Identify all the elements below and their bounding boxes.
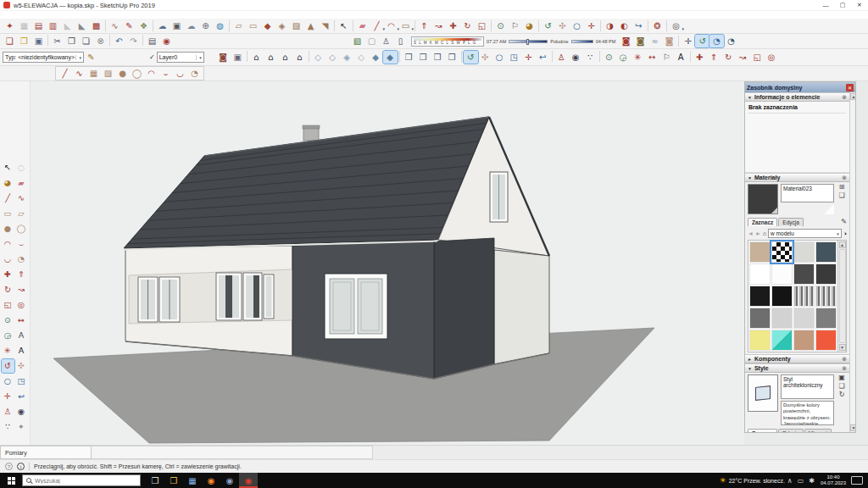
scroll-thumb[interactable] xyxy=(839,249,846,343)
swatch-black2[interactable] xyxy=(771,286,793,307)
eraser-tool-icon[interactable]: ▰ xyxy=(355,19,370,32)
draw-line-icon[interactable]: ╱ xyxy=(58,67,72,80)
sandbox-contours-icon[interactable]: ▱ xyxy=(231,19,246,32)
idea-icon[interactable]: ☁ xyxy=(155,19,170,32)
account-icon[interactable]: ◎ xyxy=(669,19,683,32)
fog-icon[interactable]: ≈ xyxy=(648,35,662,47)
shadow-time-slider2[interactable] xyxy=(571,40,593,43)
material-box-icon[interactable]: ▩ xyxy=(89,19,103,32)
orbit2-icon[interactable]: ↺ xyxy=(464,51,478,64)
draw-rotated-rectangle-icon[interactable]: ▨ xyxy=(101,67,115,80)
swatch-gray4[interactable] xyxy=(815,308,837,329)
cone-select-icon[interactable]: ◣ xyxy=(75,19,89,32)
tab-zaznacz[interactable]: Zaznacz xyxy=(748,429,777,432)
palette-look-around-icon[interactable]: ◉ xyxy=(15,405,28,419)
draw-circle-icon[interactable]: ● xyxy=(115,67,130,80)
sandbox-smoove-icon[interactable]: ◆ xyxy=(260,19,275,32)
swatch-bluegray[interactable] xyxy=(815,241,837,263)
section-close-icon[interactable]: ⊗ xyxy=(842,175,847,181)
text3d-icon[interactable]: A xyxy=(674,51,688,64)
protractor-icon[interactable]: ◶ xyxy=(616,51,631,64)
arc-tool-icon[interactable]: ◠ xyxy=(384,19,398,32)
palette-rotate-icon[interactable]: ↻ xyxy=(2,283,14,297)
style-lock-icon[interactable]: ▣ xyxy=(838,374,845,381)
zoom2-icon[interactable]: ○ xyxy=(492,51,507,64)
comp-pair1-icon[interactable]: ❒ xyxy=(402,51,416,64)
swatch-scrollbar[interactable]: ▲ ▼ xyxy=(838,240,847,352)
type-dropdown[interactable]: Typ: <niezidentyfikowany> ▾ xyxy=(3,52,84,63)
orbit-mode-icon[interactable]: ↺ xyxy=(695,35,709,47)
view-iso-icon[interactable]: ⌂ xyxy=(249,51,264,64)
palette-rectangle-icon[interactable]: ▭ xyxy=(2,207,14,220)
back-arrow-icon[interactable]: ◄ xyxy=(748,230,754,236)
section-styles[interactable]: ▼ Style ⊗ xyxy=(745,363,849,373)
taskbar-weather[interactable]: ☀ 22°C Przew. słonecz. xyxy=(720,476,785,485)
eyedropper-icon[interactable]: ✎ xyxy=(841,218,847,225)
palette-zoom-previous-icon[interactable]: ↩ xyxy=(15,390,28,403)
paste-icon[interactable]: ❏ xyxy=(79,35,93,47)
close-button[interactable]: ✕ xyxy=(851,0,868,11)
start-button[interactable] xyxy=(0,473,22,488)
viewport-3d[interactable] xyxy=(31,81,744,445)
shadow-ground-icon[interactable]: ◙ xyxy=(662,35,676,47)
swatch-yellow[interactable] xyxy=(749,330,771,351)
palette-zoom-window-icon[interactable]: ◳ xyxy=(15,374,28,388)
palette-scale-icon[interactable]: ◱ xyxy=(2,298,14,312)
scale2-icon[interactable]: ◱ xyxy=(750,51,765,64)
zoom-window-icon[interactable]: ◳ xyxy=(507,51,521,64)
palette-eraser-icon[interactable]: ▰ xyxy=(15,176,28,190)
palette-axes-icon[interactable]: ✳ xyxy=(2,344,14,358)
facestyle-xray-icon[interactable]: ◇ xyxy=(311,51,326,64)
palette-lasso-icon[interactable]: ◌ xyxy=(15,161,28,175)
offset-icon[interactable]: ◎ xyxy=(765,51,779,64)
print-icon[interactable]: ▤ xyxy=(145,35,159,47)
style-b-icon[interactable]: ◐ xyxy=(617,19,632,32)
cut-icon[interactable]: ✂ xyxy=(50,35,64,47)
section-close-icon[interactable]: ⊗ xyxy=(842,356,847,363)
pan2-icon[interactable]: ✣ xyxy=(478,51,492,64)
palette-pie-icon[interactable]: ◔ xyxy=(15,252,28,266)
swatch-darkgray2[interactable] xyxy=(815,263,837,285)
walk-mode-icon[interactable]: ◔ xyxy=(724,35,738,47)
update-style-icon[interactable]: ↻ xyxy=(839,391,845,398)
palette-circle-icon[interactable]: ● xyxy=(2,222,14,236)
scroll-down-icon[interactable]: ▼ xyxy=(839,344,846,351)
palette-line-icon[interactable]: ╱ xyxy=(2,191,14,205)
palette-text-icon[interactable]: A xyxy=(15,329,28,342)
facestyle-backedges-icon[interactable]: ◇ xyxy=(326,51,340,64)
rotate2-icon[interactable]: ↻ xyxy=(721,51,736,64)
model-canvas[interactable] xyxy=(31,81,744,445)
tab-edycja[interactable]: Edycja xyxy=(778,218,804,226)
create-material-icon[interactable]: ⊞ xyxy=(839,184,845,191)
palette-select-icon[interactable]: ↖ xyxy=(2,161,14,175)
draw-pie-icon[interactable]: ◔ xyxy=(187,67,202,80)
section-close-icon[interactable]: ⊗ xyxy=(842,365,847,372)
draw-rectangle-icon[interactable]: ▦ xyxy=(86,67,101,80)
text2-icon[interactable]: ⚐ xyxy=(659,51,674,64)
geolocation-globe-icon[interactable]: ◍ xyxy=(213,19,227,32)
swatch-pattern-checker[interactable] xyxy=(771,241,793,263)
component-attributes-icon[interactable]: ▤ xyxy=(31,19,46,32)
in-model-icon[interactable]: ▧ xyxy=(350,35,364,47)
line-tool-icon[interactable]: ╱ xyxy=(370,19,384,32)
styles-box-icon[interactable]: ▢ xyxy=(364,35,379,47)
swatch-stripes1[interactable] xyxy=(793,286,815,307)
zoom-extents-icon[interactable]: ✛ xyxy=(584,19,598,32)
axes-icon[interactable]: ✳ xyxy=(631,51,645,64)
swatch-gray3[interactable] xyxy=(793,308,815,329)
delete-icon[interactable]: ⊗ xyxy=(93,35,108,47)
dimensions-icon[interactable]: ↔ xyxy=(645,51,659,64)
material-preview[interactable] xyxy=(748,184,778,214)
palette-tape-icon[interactable]: ⊙ xyxy=(2,313,14,327)
taskview-icon[interactable]: ❐ xyxy=(146,473,164,488)
section-entity-info[interactable]: ▼ Informacje o elemencie ⊗ xyxy=(745,92,849,102)
gimp-icon[interactable]: ◉ xyxy=(220,473,239,488)
sketchy-edges-icon[interactable]: ∿ xyxy=(108,19,122,32)
swatch-lightgray[interactable] xyxy=(793,241,815,263)
sandbox-detail-icon[interactable]: ▲ xyxy=(303,19,318,32)
palette-move-icon[interactable]: ✚ xyxy=(2,268,14,281)
paint-bucket-icon[interactable]: ◕ xyxy=(522,19,537,32)
sandbox-stamp-icon[interactable]: ◈ xyxy=(275,19,289,32)
position-camera-icon[interactable]: ♙ xyxy=(554,51,569,64)
palette-pushpull-icon[interactable]: ⇑ xyxy=(15,268,28,281)
